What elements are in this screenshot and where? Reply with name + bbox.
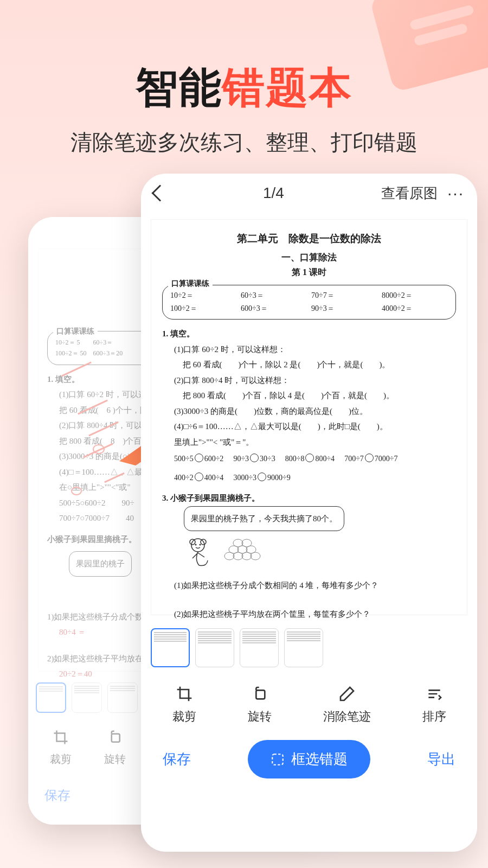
monkey-icon [184, 535, 212, 568]
thumbnail-2[interactable] [195, 628, 234, 667]
svg-rect-16 [256, 690, 265, 699]
document-preview[interactable]: 第二单元 除数是一位数的除法 一、口算除法 第 1 课时 口算课课练 10÷2＝… [151, 219, 467, 615]
svg-rect-17 [272, 754, 283, 765]
svg-point-5 [195, 544, 197, 546]
title-part2: 错题本 [222, 63, 352, 111]
thumbnail-strip [141, 622, 477, 674]
thumbnail-4[interactable] [284, 628, 323, 667]
subtitle: 清除笔迹多次练习、整理、打印错题 [0, 127, 488, 157]
svg-point-14 [233, 539, 243, 547]
crop-icon [175, 685, 194, 703]
back-button[interactable] [151, 184, 168, 201]
rotate-icon [251, 685, 269, 703]
topbar: 1/4 查看原图 ··· [141, 174, 477, 213]
select-errors-button[interactable]: 框选错题 [248, 740, 370, 778]
doc-unit-title: 第二单元 除数是一位数的除法 [162, 232, 456, 246]
svg-point-6 [200, 544, 201, 546]
svg-point-15 [242, 539, 252, 547]
footer-bar: 保存 框选错题 导出 [141, 730, 477, 795]
sort-icon [425, 685, 444, 703]
calc-box-label: 口算课课练 [168, 279, 213, 289]
svg-rect-0 [112, 734, 120, 742]
erase-tool[interactable]: 消除笔迹 [323, 685, 371, 725]
thumbnail-1[interactable] [151, 628, 190, 667]
hero-title-block: 智能错题本 清除笔迹多次练习、整理、打印错题 [0, 60, 488, 157]
title-part1: 智能 [136, 63, 222, 111]
doc-section-title: 一、口算除法 [162, 251, 456, 264]
doc-lesson: 第 1 课时 [162, 267, 456, 278]
rotate-tool[interactable]: 旋转 [248, 685, 272, 725]
more-icon[interactable]: ··· [447, 184, 464, 202]
svg-point-2 [191, 539, 204, 552]
thumbnail-3[interactable] [240, 628, 279, 667]
peach-pile-icon [219, 535, 267, 563]
select-box-icon [271, 752, 285, 767]
phone-mock-front: 1/4 查看原图 ··· 第二单元 除数是一位数的除法 一、口算除法 第 1 课… [141, 174, 477, 852]
sort-tool[interactable]: 排序 [422, 685, 446, 725]
page-counter: 1/4 [176, 184, 371, 202]
view-original-button[interactable]: 查看原图 [381, 184, 438, 203]
erase-icon [338, 685, 356, 703]
crop-tool[interactable]: 裁剪 [172, 685, 196, 725]
save-button[interactable]: 保存 [163, 750, 191, 769]
export-button[interactable]: 导出 [427, 750, 455, 769]
tool-row: 裁剪 旋转 消除笔迹 排序 [141, 674, 477, 730]
